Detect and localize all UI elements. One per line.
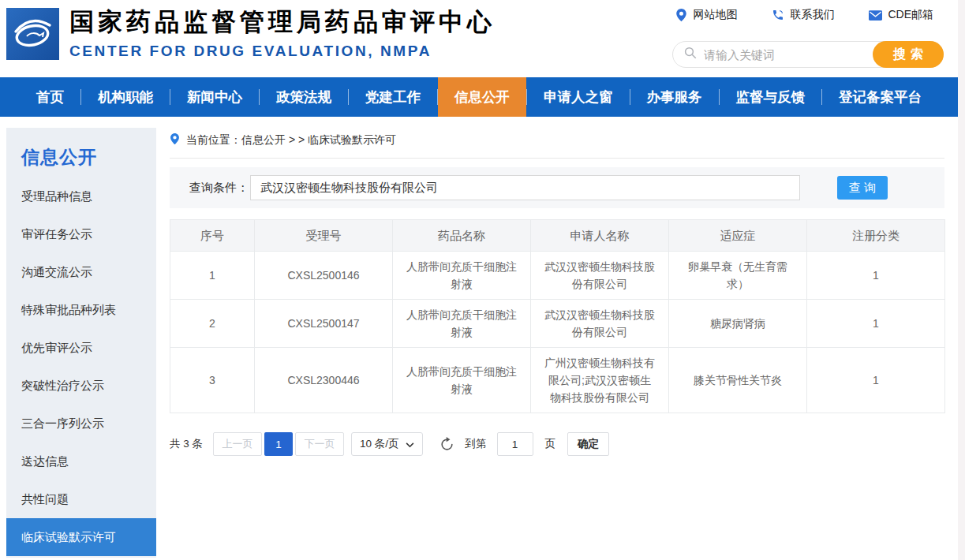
table-row: 1 CXSL2500146 人脐带间充质干细胞注射液 武汉汉密顿生物科技股份有限… [170, 252, 945, 300]
cell-acceptance-no: CXSL2500147 [255, 300, 393, 348]
envelope-icon [869, 10, 882, 21]
cell-applicant: 武汉汉密顿生物科技股份有限公司 [531, 300, 669, 348]
cde-mail-link[interactable]: CDE邮箱 [869, 8, 933, 22]
goto-page-suffix: 页 [545, 437, 556, 451]
site-subtitle: CENTER FOR DRUG EVALUATION, NMPA [69, 43, 496, 60]
cde-logo [6, 8, 59, 60]
cell-indication: 糖尿病肾病 [669, 300, 807, 348]
prev-page-button[interactable]: 上一页 [213, 432, 262, 456]
sidebar-item-special-approval-list[interactable]: 特殊审批品种列表 [6, 291, 156, 329]
cell-registration-class: 1 [807, 348, 945, 413]
next-page-button[interactable]: 下一页 [295, 432, 344, 456]
cell-applicant: 广州汉密顿生物科技有限公司;武汉汉密顿生物科技股份有限公司 [531, 348, 669, 413]
sitemap-link-label: 网站地图 [693, 8, 737, 22]
site-search-input[interactable] [698, 48, 873, 62]
results-table: 序号 受理号 药品名称 申请人名称 适应症 注册分类 1 CXSL2500146… [170, 219, 945, 413]
query-button[interactable]: 查 询 [837, 176, 888, 200]
nav-item-news-center[interactable]: 新闻中心 [170, 77, 259, 117]
sidebar-item-review-tasks[interactable]: 审评任务公示 [6, 215, 156, 253]
location-pin-icon [675, 8, 687, 22]
cell-drug-name: 人脐带间充质干细胞注射液 [393, 348, 531, 413]
main-content: 当前位置：信息公开 > > 临床试验默示许可 查询条件： 查 询 序号 受理号 … [170, 133, 944, 456]
contact-us-link[interactable]: 联系我们 [772, 8, 834, 22]
breadcrumb: 当前位置：信息公开 > > 临床试验默示许可 [170, 133, 944, 159]
sidebar-item-common-issues[interactable]: 共性问题 [6, 480, 156, 518]
column-header-applicant: 申请人名称 [531, 220, 669, 252]
column-header-seq: 序号 [170, 220, 255, 252]
sidebar-item-accepted-products[interactable]: 受理品种信息 [6, 177, 156, 215]
cell-acceptance-no: CXSL2500146 [255, 252, 393, 300]
page-size-value: 10 条/页 [360, 437, 399, 451]
cell-applicant: 武汉汉密顿生物科技股份有限公司 [531, 252, 669, 300]
phone-icon [772, 9, 784, 21]
table-row: 3 CXSL2300446 人脐带间充质干细胞注射液 广州汉密顿生物科技有限公司… [170, 348, 945, 413]
scrollbar[interactable] [958, 0, 965, 560]
site-search-button[interactable]: 搜索 [873, 41, 944, 68]
nav-item-services[interactable]: 办事服务 [630, 77, 719, 117]
sidebar-item-breakthrough-therapy[interactable]: 突破性治疗公示 [6, 367, 156, 405]
query-condition-label: 查询条件： [189, 181, 249, 196]
cell-registration-class: 1 [807, 300, 945, 348]
search-icon [683, 46, 698, 63]
sidebar-item-priority-review[interactable]: 优先审评公示 [6, 329, 156, 367]
column-header-indication: 适应症 [669, 220, 807, 252]
column-header-registration-class: 注册分类 [807, 220, 945, 252]
site-search-bar: 搜索 [672, 41, 944, 68]
total-count-label: 共 3 条 [170, 437, 203, 451]
cell-indication: 卵巢早衰（无生育需求） [669, 252, 807, 300]
sitemap-link[interactable]: 网站地图 [675, 8, 737, 22]
nav-item-supervision-feedback[interactable]: 监督与反馈 [720, 77, 822, 117]
chevron-down-icon [406, 439, 414, 450]
breadcrumb-text: 当前位置：信息公开 > > 临床试验默示许可 [186, 133, 396, 147]
sidebar-item-communication[interactable]: 沟通交流公示 [6, 253, 156, 291]
goto-confirm-button[interactable]: 确定 [567, 432, 609, 456]
goto-page-label: 到第 [466, 437, 487, 451]
column-header-acceptance-no: 受理号 [255, 220, 393, 252]
cde-logo-swoosh-icon [6, 49, 59, 62]
refresh-icon[interactable] [439, 437, 454, 452]
sidebar-title: 信息公开 [6, 128, 156, 177]
cell-drug-name: 人脐带间充质干细胞注射液 [393, 300, 531, 348]
page-header: 国家药品监督管理局药品审评中心 CENTER FOR DRUG EVALUATI… [0, 0, 965, 77]
column-header-drug-name: 药品名称 [393, 220, 531, 252]
sidebar-item-three-in-one[interactable]: 三合一序列公示 [6, 405, 156, 442]
breadcrumb-pin-icon [170, 133, 180, 147]
cell-drug-name: 人脐带间充质干细胞注射液 [393, 252, 531, 300]
info-disclosure-sidebar: 信息公开 受理品种信息 审评任务公示 沟通交流公示 特殊审批品种列表 优先审评公… [6, 128, 156, 558]
cell-acceptance-no: CXSL2300446 [255, 348, 393, 413]
cell-indication: 膝关节骨性关节炎 [669, 348, 807, 413]
nav-item-policies[interactable]: 政策法规 [260, 77, 348, 117]
nav-item-registration-platform[interactable]: 登记备案平台 [822, 77, 938, 117]
query-condition-input[interactable] [250, 175, 800, 200]
nav-item-applicant-window[interactable]: 申请人之窗 [527, 77, 630, 117]
nav-item-party-building[interactable]: 党建工作 [349, 77, 437, 117]
page-number-button[interactable]: 1 [264, 432, 293, 456]
cell-seq: 3 [170, 348, 255, 413]
page-size-select[interactable]: 10 条/页 [351, 432, 423, 456]
table-row: 2 CXSL2500147 人脐带间充质干细胞注射液 武汉汉密顿生物科技股份有限… [170, 300, 945, 348]
nav-item-info-disclosure[interactable]: 信息公开 [438, 77, 526, 117]
main-navbar: 首页 机构职能 新闻中心 政策法规 党建工作 信息公开 申请人之窗 办事服务 监… [0, 77, 965, 117]
table-header-row: 序号 受理号 药品名称 申请人名称 适应症 注册分类 [170, 220, 945, 252]
goto-page-input[interactable] [497, 432, 533, 456]
cell-registration-class: 1 [807, 252, 945, 300]
site-title-block: 国家药品监督管理局药品审评中心 CENTER FOR DRUG EVALUATI… [69, 6, 496, 60]
nav-item-home[interactable]: 首页 [20, 77, 80, 117]
site-title: 国家药品监督管理局药品审评中心 [69, 6, 496, 38]
cde-mail-link-label: CDE邮箱 [888, 8, 933, 22]
top-utility-links: 网站地图 联系我们 CDE邮箱 [675, 8, 933, 22]
contact-us-link-label: 联系我们 [790, 8, 834, 22]
nav-item-org-functions[interactable]: 机构职能 [81, 77, 170, 117]
sidebar-item-clinical-trial-implied-license[interactable]: 临床试验默示许可 [6, 518, 156, 556]
cell-seq: 2 [170, 300, 255, 348]
cell-seq: 1 [170, 252, 255, 300]
sidebar-item-delivery-info[interactable]: 送达信息 [6, 442, 156, 480]
query-panel: 查询条件： 查 询 [170, 167, 944, 208]
pagination: 共 3 条 上一页 1 下一页 10 条/页 到第 页 确定 [170, 432, 944, 456]
